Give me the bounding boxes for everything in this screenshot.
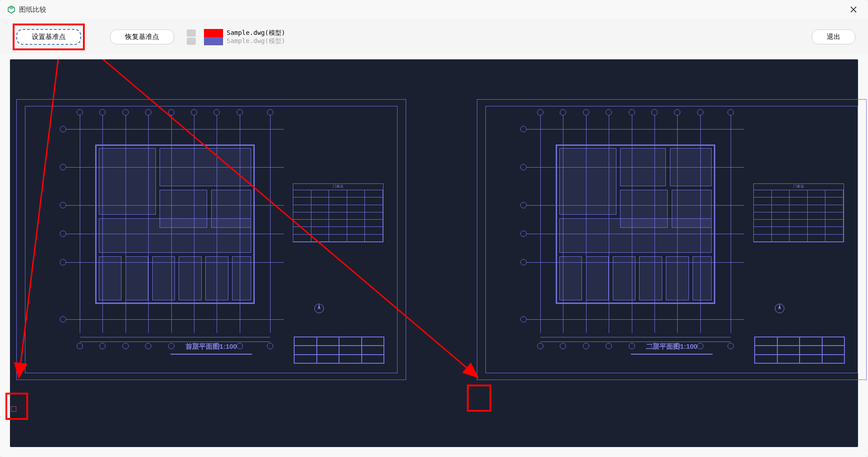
highlight-set-base-point: 设置基准点 bbox=[13, 24, 85, 50]
schedule-title: 门窗表 bbox=[754, 184, 844, 190]
title-underline bbox=[631, 354, 713, 355]
svg-marker-7 bbox=[778, 304, 781, 309]
schedule-title: 门窗表 bbox=[293, 184, 383, 190]
app-icon bbox=[7, 5, 15, 14]
legend-label-1: Sample.dwg(模型) bbox=[227, 29, 285, 37]
lock-icon-1[interactable] bbox=[187, 29, 196, 37]
titlebar: 图纸比较 bbox=[0, 0, 868, 19]
title-block-right bbox=[754, 337, 845, 364]
inner-frame-left: 门窗表 首层平面图1:100 bbox=[25, 106, 398, 373]
svg-marker-5 bbox=[318, 304, 320, 309]
toolbar: 设置基准点 恢复基准点 Sample.dwg(模型) Sample.dwg(模型… bbox=[0, 19, 868, 55]
drawing-frame-right: 门窗表 二层平面图1:100 bbox=[477, 99, 867, 380]
door-schedule-right: 门窗表 bbox=[753, 183, 844, 242]
lock-icon-2[interactable] bbox=[187, 38, 196, 45]
restore-base-point-button[interactable]: 恢复基准点 bbox=[110, 29, 174, 44]
title-block-left bbox=[294, 337, 384, 364]
window-title: 图纸比较 bbox=[19, 5, 46, 14]
titlebar-left: 图纸比较 bbox=[7, 5, 46, 14]
canvas-area[interactable]: 门窗表 首层平面图1:100 bbox=[10, 59, 858, 447]
lock-icons-group bbox=[187, 29, 196, 45]
highlight-marker-right bbox=[467, 385, 491, 412]
set-base-point-button[interactable]: 设置基准点 bbox=[16, 29, 81, 45]
drawing-title-right: 二层平面图1:100 bbox=[646, 342, 697, 351]
legend-label-2: Sample.dwg(模型) bbox=[227, 37, 285, 45]
window-root: 图纸比较 设置基准点 恢复基准点 Sample.dwg(模型) bbox=[0, 0, 868, 457]
legend-swatch-red bbox=[204, 29, 223, 37]
corner-mark bbox=[11, 406, 16, 412]
door-schedule-left: 门窗表 bbox=[293, 183, 383, 242]
exit-button[interactable]: 退出 bbox=[812, 29, 855, 44]
legend-row-1: Sample.dwg(模型) bbox=[204, 29, 285, 37]
close-button[interactable] bbox=[846, 4, 861, 15]
drawing-frame-left: 门窗表 首层平面图1:100 bbox=[16, 99, 406, 380]
highlight-marker-left bbox=[5, 393, 28, 420]
drawing-title-left: 首层平面图1:100 bbox=[185, 342, 237, 351]
legend: Sample.dwg(模型) Sample.dwg(模型) bbox=[204, 29, 285, 45]
floor-plan-right bbox=[540, 129, 731, 319]
north-arrow-icon bbox=[774, 303, 785, 314]
inner-frame-right: 门窗表 二层平面图1:100 bbox=[485, 106, 858, 373]
legend-swatch-purple bbox=[204, 37, 223, 45]
north-arrow-icon bbox=[314, 303, 325, 314]
floor-plan-left bbox=[80, 129, 270, 319]
svg-marker-1 bbox=[8, 6, 15, 10]
legend-row-2: Sample.dwg(模型) bbox=[204, 37, 285, 45]
title-underline bbox=[170, 354, 252, 355]
